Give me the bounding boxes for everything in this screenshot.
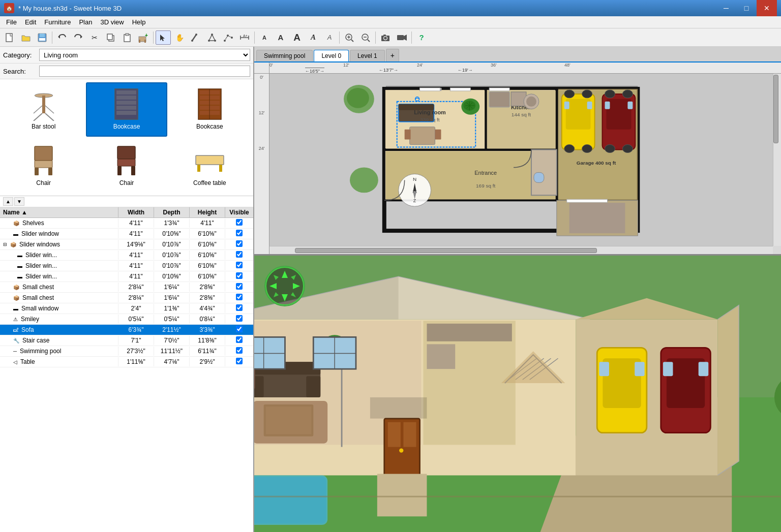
- list-item[interactable]: ▬Slider win... 4'11" 0'10⅞" 6'10⅝": [0, 250, 253, 261]
- menu-plan[interactable]: Plan: [75, 17, 96, 27]
- svg-rect-173: [699, 362, 709, 376]
- add-furniture-button[interactable]: +: [136, 30, 151, 45]
- create-wall-button[interactable]: [188, 30, 203, 45]
- furniture-grid: Bar stool Bookcase: [0, 79, 253, 196]
- floor-plan-area[interactable]: N Z: [269, 74, 773, 246]
- tab-add-button[interactable]: +: [386, 49, 399, 61]
- svg-rect-48: [116, 101, 136, 105]
- redo-button[interactable]: [71, 30, 86, 45]
- svg-point-124: [582, 90, 592, 98]
- new-button[interactable]: [2, 30, 17, 45]
- list-item-sofa[interactable]: 🛋Sofa 6'3¾" 2'11½" 3'3⅜": [0, 325, 253, 335]
- svg-point-130: [622, 145, 633, 153]
- scrollbar-thumb-v[interactable]: [773, 75, 778, 144]
- svg-rect-66: [131, 166, 135, 175]
- furniture-item-bookcase-1[interactable]: Bookcase: [86, 82, 167, 137]
- menu-help[interactable]: Help: [128, 17, 150, 27]
- list-item[interactable]: 📦Small chest 2'8¼" 1'6¼" 2'8⅝": [0, 282, 253, 293]
- list-item[interactable]: ⊟📦Slider windows 14'9⅛" 0'10⅞" 6'10⅝": [0, 239, 253, 250]
- menu-furniture[interactable]: Furniture: [40, 17, 75, 27]
- scrollbar-thumb-h[interactable]: [295, 248, 597, 253]
- text-style-button[interactable]: A: [306, 30, 321, 45]
- svg-rect-158: [427, 344, 455, 369]
- text-medium-button[interactable]: A: [273, 30, 288, 45]
- video-button[interactable]: [394, 30, 409, 45]
- copy-button[interactable]: [103, 30, 118, 45]
- view-3d[interactable]: [254, 256, 781, 532]
- search-input[interactable]: [39, 66, 250, 77]
- zoom-out-button[interactable]: [358, 30, 373, 45]
- header-visible[interactable]: Visible: [225, 207, 253, 217]
- furniture-list[interactable]: Name ▲ Width Depth Height Visible 📦Shelv…: [0, 207, 253, 532]
- zoom-in-button[interactable]: [342, 30, 357, 45]
- furniture-item-coffee-table[interactable]: Coffee table: [169, 139, 250, 193]
- svg-rect-150: [306, 376, 320, 397]
- tab-level-0[interactable]: Level 0: [314, 50, 349, 61]
- category-select[interactable]: Living room Bedroom Kitchen Bathroom Off…: [39, 49, 250, 61]
- dimension-button[interactable]: A+: [237, 30, 252, 45]
- svg-point-20: [224, 40, 226, 42]
- select-button[interactable]: [156, 30, 171, 45]
- svg-line-33: [368, 40, 370, 42]
- text-italic-button[interactable]: A: [322, 30, 337, 45]
- header-width[interactable]: Width: [118, 207, 154, 217]
- text-small-button[interactable]: A: [257, 30, 272, 45]
- svg-rect-168: [599, 362, 609, 376]
- paste-button[interactable]: [119, 30, 135, 45]
- window-title: * My house.sh3d - Sweet Home 3D: [18, 5, 122, 12]
- svg-rect-110: [489, 92, 509, 107]
- left-panel: Category: Living room Bedroom Kitchen Ba…: [0, 47, 254, 532]
- plan-scrollbar-horizontal[interactable]: [269, 246, 773, 254]
- save-button[interactable]: [35, 30, 50, 45]
- close-button[interactable]: ✕: [757, 0, 777, 16]
- minimize-button[interactable]: ─: [716, 0, 736, 16]
- nav-circle[interactable]: [264, 266, 305, 306]
- furniture-item-bar-stool[interactable]: Bar stool: [3, 82, 84, 137]
- plan-scrollbar-vertical[interactable]: [773, 74, 781, 246]
- tab-level-1[interactable]: Level 1: [350, 50, 385, 61]
- furniture-item-chair-2[interactable]: Chair: [86, 139, 167, 193]
- list-item[interactable]: 📦Shelves 4'11" 1'3¾" 4'11": [0, 218, 253, 229]
- grid-scroll-up[interactable]: ▲: [3, 197, 13, 206]
- list-item[interactable]: 📦Small chest 2'8¼" 1'6¼" 2'8⅝": [0, 293, 253, 303]
- window-controls[interactable]: ─ □ ✕: [716, 0, 777, 16]
- svg-rect-138: [489, 88, 509, 91]
- text-large-button[interactable]: A: [289, 30, 305, 45]
- undo-button[interactable]: [54, 30, 70, 45]
- list-item[interactable]: 🔧Stair case 7'1" 7'0½" 11'8⅜": [0, 335, 253, 346]
- furniture-item-bookcase-2[interactable]: Bookcase: [169, 82, 250, 137]
- header-name[interactable]: Name ▲: [0, 207, 118, 217]
- list-item[interactable]: ▬Slider win... 4'11" 0'10⅞" 6'10⅝": [0, 261, 253, 271]
- maximize-button[interactable]: □: [736, 0, 757, 16]
- create-polyline-button[interactable]: [221, 30, 236, 45]
- list-item[interactable]: ▬Slider win... 4'11" 0'10⅝" 6'10⅝": [0, 271, 253, 282]
- list-item[interactable]: ◁Table 1'11⅝" 4'7⅛" 2'9½": [0, 357, 253, 367]
- header-depth[interactable]: Depth: [154, 207, 190, 217]
- svg-rect-134: [569, 203, 625, 233]
- open-button[interactable]: [18, 30, 34, 45]
- svg-point-18: [211, 34, 213, 36]
- furniture-item-chair-1[interactable]: Chair: [3, 139, 84, 193]
- list-item[interactable]: ⚠Smiley 0'5¼" 0'5¼" 0'8¼": [0, 314, 253, 325]
- menu-3dview[interactable]: 3D view: [96, 17, 128, 27]
- header-height[interactable]: Height: [190, 207, 225, 217]
- list-item[interactable]: ▬Small window 2'4" 1'1⅜" 4'4¾": [0, 303, 253, 314]
- svg-rect-46: [116, 90, 136, 95]
- cut-button[interactable]: ✂: [87, 30, 102, 45]
- menu-edit[interactable]: Edit: [21, 17, 40, 27]
- tab-swimming-pool[interactable]: Swimming pool: [256, 50, 313, 61]
- menu-file[interactable]: File: [2, 17, 21, 27]
- svg-rect-137: [450, 88, 470, 91]
- list-item[interactable]: ─Swimming pool 27'3½" 11'11½" 6'11¾": [0, 346, 253, 357]
- row-name-slider-window: ▬Slider window: [0, 229, 118, 238]
- pan-button[interactable]: ✋: [172, 30, 187, 45]
- help-button[interactable]: ?: [414, 30, 429, 45]
- list-item[interactable]: ▬Slider window 4'11" 0'10⅝" 6'10⅝": [0, 229, 253, 239]
- svg-line-44: [45, 106, 54, 113]
- plan-view[interactable]: 0' 12' 24' 36' 48' ←16'5"→ ←13'7"→ ←19'→…: [254, 62, 781, 256]
- app-icon: 🏠: [4, 3, 14, 13]
- svg-rect-118: [566, 99, 591, 130]
- camera-button[interactable]: [378, 30, 393, 45]
- create-room-button[interactable]: [204, 30, 220, 45]
- grid-scroll-down[interactable]: ▼: [14, 197, 24, 206]
